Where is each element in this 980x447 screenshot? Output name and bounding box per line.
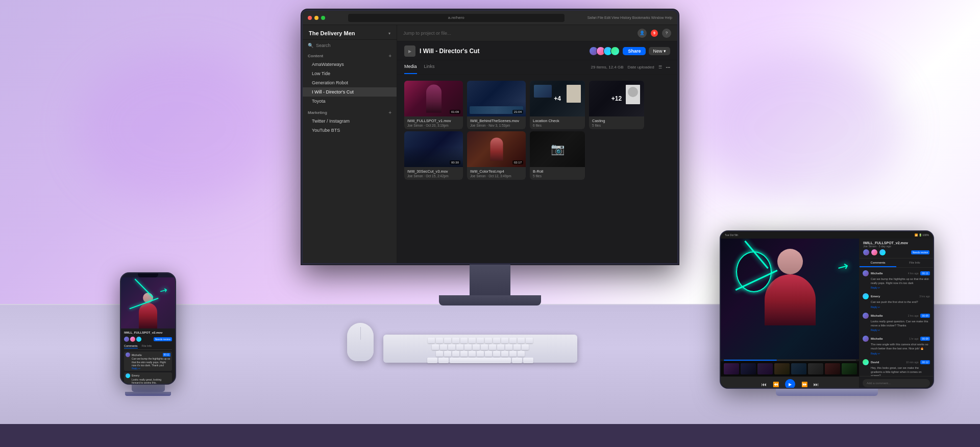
meta-bts: Joe Simon · Nov 3, 1:53pm bbox=[470, 124, 523, 127]
duration-colortest: 02:17 bbox=[512, 160, 523, 164]
more-options-icon[interactable]: ••• bbox=[666, 65, 670, 69]
duration-30sec: 00:30 bbox=[450, 160, 460, 164]
phone-tab-fileinfo[interactable]: File Info bbox=[142, 344, 152, 348]
marketing-section-add[interactable]: + bbox=[388, 110, 391, 115]
tablet-playbar[interactable] bbox=[721, 359, 859, 361]
topbar-person-icon[interactable]: 👤 bbox=[638, 29, 647, 38]
topbar-search[interactable]: Jump to project or file... bbox=[403, 31, 633, 36]
tablet-comment-4-reply[interactable]: Reply ↩ bbox=[871, 352, 930, 355]
phone-body: ↗ IWILL_FULLSPOT_v2.mov bbox=[120, 272, 176, 385]
tab-links[interactable]: Links bbox=[424, 60, 435, 74]
content-section-add[interactable]: + bbox=[388, 53, 391, 59]
key bbox=[477, 338, 484, 343]
media-item-fullspot[interactable]: 01:09 IWill_FULLSPOT_v1.mov Joe Simon · … bbox=[404, 81, 463, 129]
phone-area: ↗ IWILL_FULLSPOT_v2.mov bbox=[120, 272, 176, 396]
filename-bts: IWill_BehindTheScenes.mov bbox=[470, 119, 523, 123]
tablet-playbar-fill bbox=[724, 360, 777, 361]
media-item-30sec[interactable]: 00:30 IWill_30SecCut_v3.mov Joe Simon · … bbox=[404, 131, 463, 180]
meta-colortest: Joe Simon · Oct 12, 3:49pm bbox=[470, 174, 523, 178]
sidebar-chevron-icon[interactable]: ▾ bbox=[388, 31, 390, 36]
new-button[interactable]: New ▾ bbox=[649, 47, 670, 55]
info-bts: IWill_BehindTheScenes.mov Joe Simon · No… bbox=[467, 116, 526, 129]
tablet-figure bbox=[765, 249, 816, 325]
share-button[interactable]: Share bbox=[623, 47, 646, 55]
key bbox=[440, 344, 447, 350]
tablet-comment-5-header: David 10 min ago 00:12 bbox=[863, 359, 930, 365]
tablet-comment-2-time: 3 hrs ago bbox=[919, 295, 930, 298]
sidebar-item-youtube[interactable]: YouTube BTS bbox=[303, 126, 397, 135]
key bbox=[513, 344, 521, 350]
sidebar-item-twitter[interactable]: Twitter / Instagram bbox=[303, 116, 397, 126]
tablet-comment-3-time: 2 hrs ago bbox=[908, 314, 919, 317]
monitor-stand-neck bbox=[470, 265, 510, 295]
tablet-body-shape bbox=[765, 274, 816, 325]
key bbox=[505, 344, 512, 350]
sidebar-item-lowtide[interactable]: Low Tide bbox=[303, 69, 397, 78]
tablet-forward-btn[interactable]: ⏩ bbox=[801, 382, 807, 387]
phone-tabs: Comments File Info bbox=[124, 344, 172, 350]
phone-comment-1-avatar bbox=[126, 352, 130, 357]
phone-comment-2-avatar bbox=[126, 373, 130, 378]
safari-minimize-dot[interactable] bbox=[314, 16, 318, 20]
phone-tab-comments[interactable]: Comments bbox=[124, 344, 138, 348]
tablet-comment-4-tc: 00:08 bbox=[920, 337, 930, 341]
tablet-comment-1-reply[interactable]: Reply ↩ bbox=[871, 286, 930, 289]
safari-close-dot[interactable] bbox=[308, 16, 312, 20]
key bbox=[436, 351, 443, 357]
key bbox=[432, 344, 439, 350]
sidebar-item-toyota[interactable]: Toyota bbox=[303, 97, 397, 106]
key bbox=[518, 338, 525, 343]
project-title-area: ▶ I Will - Director's Cut bbox=[404, 45, 479, 57]
sort-label[interactable]: Date uploaded bbox=[628, 65, 654, 69]
phone-reply-1[interactable]: Reply ↩ bbox=[132, 367, 170, 370]
filename-colortest: IWill_ColorTest.mp4 bbox=[470, 169, 523, 174]
tabs-bar: Media Links 29 items, 12.4 GB Date uploa… bbox=[397, 60, 677, 75]
tablet-comment-5-tc: 00:12 bbox=[920, 360, 930, 364]
tablet-comment-1-time: 4 hrs ago bbox=[908, 272, 919, 275]
media-item-location[interactable]: +4 Location Check 6 files bbox=[530, 81, 585, 129]
topbar-help-icon[interactable]: ? bbox=[662, 29, 671, 38]
sidebar-item-generationrobot[interactable]: Generation Robot bbox=[303, 78, 397, 87]
tablet-comment-2-author: Emery bbox=[871, 295, 917, 298]
key bbox=[469, 351, 476, 357]
sidebar-search[interactable]: 🔍 Search bbox=[303, 40, 397, 51]
tablet-teal-arrow: ↗ bbox=[835, 257, 852, 277]
tablet-end-btn[interactable]: ⏭ bbox=[814, 382, 819, 387]
tablet-tab-fileinfo[interactable]: File Info bbox=[896, 258, 933, 267]
view-list-icon[interactable]: ☰ bbox=[658, 65, 662, 69]
media-item-colortest[interactable]: 02:17 IWill_ColorTest.mp4 Joe Simon · Oc… bbox=[467, 131, 526, 180]
tablet-comment-3-reply[interactable]: Reply ↩ bbox=[871, 328, 930, 332]
media-item-casting[interactable]: +12 Casting 5 files bbox=[589, 81, 644, 129]
tablet-status-bar: Tue Oct 5th 📶 🔋 100% bbox=[721, 231, 933, 239]
tablet-comment-2-reply[interactable]: Reply ↩ bbox=[871, 305, 930, 309]
tablet-rewind-btn[interactable]: ⏮ bbox=[762, 382, 767, 387]
phone-avatar-1 bbox=[124, 337, 129, 342]
project-actions: Share New ▾ bbox=[589, 46, 670, 56]
timeline-thumb-4 bbox=[774, 363, 790, 374]
phone-reply-2[interactable]: Reply ↩ bbox=[132, 385, 170, 385]
sidebar-item-amawaterways[interactable]: AmaWaterways bbox=[303, 60, 397, 69]
topbar-notification-badge[interactable]: 9 bbox=[651, 30, 658, 37]
sidebar-item-iwill[interactable]: I Will - Director's Cut bbox=[303, 87, 397, 97]
tablet-comment-2-header: Emery 3 hrs ago bbox=[863, 293, 930, 299]
avatar-4 bbox=[610, 46, 620, 56]
media-item-broll[interactable]: +3 📷 B-Roll 5 files bbox=[530, 131, 585, 180]
key bbox=[501, 351, 508, 357]
tablet-tab-comments[interactable]: Comments bbox=[860, 258, 896, 267]
phone-base bbox=[125, 392, 171, 396]
tablet-add-comment-box[interactable]: Add a comment... bbox=[863, 379, 930, 387]
tab-media[interactable]: Media bbox=[404, 60, 417, 74]
keyboard-row-2 bbox=[386, 344, 574, 350]
bg-glow-right bbox=[699, 51, 903, 204]
top-bar: Jump to project or file... 👤 9 ? bbox=[397, 25, 677, 41]
tablet-comment-4-time: 1 hr ago bbox=[909, 337, 918, 340]
safari-url-bar[interactable]: a.re/hero bbox=[348, 14, 565, 22]
tablet-play-btn[interactable]: ▶ bbox=[785, 379, 795, 389]
tablet-back-btn[interactable]: ⏪ bbox=[773, 382, 779, 387]
media-item-bts[interactable]: 21:04 IWill_BehindTheScenes.mov Joe Simo… bbox=[467, 81, 526, 129]
tablet-comment-1-avatar bbox=[863, 270, 869, 276]
phone-notch bbox=[138, 273, 158, 277]
meta-fullspot: Joe Simon · Oct 20, 3:19pm bbox=[407, 124, 460, 127]
info-broll: B-Roll 5 files bbox=[530, 167, 585, 180]
safari-maximize-dot[interactable] bbox=[321, 16, 325, 20]
